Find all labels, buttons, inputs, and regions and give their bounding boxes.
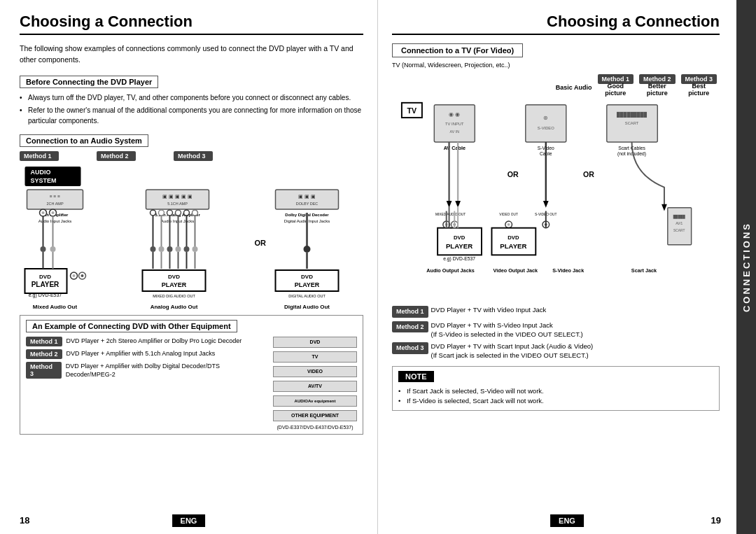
left-page-title: Choosing a Connection (20, 13, 363, 35)
audio-method-badges: Method 1 Method 2 Method 3 (20, 151, 363, 161)
example-method1-badge: Method 1 (26, 337, 62, 346)
tv-equip-label: TV (312, 354, 318, 359)
example-method2-text: DVD Player + Amplifier with 5.1ch Analog… (66, 349, 216, 358)
svg-point-43 (192, 246, 198, 252)
method2-header-col: Method 2 Better picture (639, 74, 676, 97)
eng-badge-right: ENG (550, 514, 584, 527)
svg-text:DOLBY DEC: DOLBY DEC (296, 202, 318, 206)
svg-rect-3 (27, 190, 83, 209)
svg-marker-100 (662, 204, 667, 211)
method1-header-col: Method 1 Good picture (598, 74, 634, 97)
svg-point-54 (81, 274, 84, 277)
note-bullet-2: If S-Video is selected, Scart Jack will … (398, 396, 713, 406)
example-method-row-1: Method 1 DVD Player + 2ch Stereo Amplifi… (26, 337, 267, 346)
note-bullet-1: If Scart Jack is selected, S-Video will … (398, 386, 713, 396)
svg-text:DVD: DVD (507, 234, 519, 241)
svg-point-19 (42, 211, 45, 214)
svg-rect-81 (526, 105, 566, 142)
svg-text:OR: OR (507, 170, 519, 178)
svg-rect-13 (276, 190, 339, 209)
svg-rect-101 (668, 208, 692, 245)
svg-text:AV/1: AV/1 (676, 222, 682, 225)
basic-audio-label-col: Basic Audio (556, 74, 592, 97)
eng-badge-left-wrapper: ENG (172, 514, 206, 527)
page-number-right: 19 (711, 515, 721, 526)
example-method-row-2: Method 2 DVD Player + Amplifier with 5.1… (26, 349, 267, 359)
example-methods-list: Method 1 DVD Player + 2ch Stereo Amplifi… (26, 337, 267, 430)
svg-text:2CH AMP: 2CH AMP (46, 202, 63, 206)
svg-text:5.1CH AMP: 5.1CH AMP (167, 202, 188, 206)
svg-text:Scart Jack: Scart Jack (631, 267, 657, 274)
method3-badge: Method 3 (174, 151, 213, 161)
example-section: An Example of Connecting DVD with Other … (20, 315, 363, 435)
video-equip-label: VIDEO (307, 369, 323, 374)
svg-text:DVD: DVD (454, 234, 465, 241)
method1-badge: Method 1 (20, 151, 59, 161)
svg-text:PLAYER: PLAYER (500, 242, 526, 250)
video-equip-box: VIDEO (273, 366, 357, 377)
connections-tab-text: CONNECTIONS (741, 222, 752, 312)
svg-text:Mixed Audio Out: Mixed Audio Out (33, 304, 78, 310)
example-content: Method 1 DVD Player + 2ch Stereo Amplifi… (26, 337, 357, 430)
example-method-row-3: Method 3 DVD Player + Amplifier with Dol… (26, 362, 267, 379)
svg-point-115 (507, 223, 510, 226)
svg-text:TV: TV (407, 106, 417, 115)
connections-tab: CONNECTIONS (736, 0, 756, 534)
tv-diagram-svg: TV ◉ ◉ TV INPUT AV IN ⊛ S-VIDEO ████████… (392, 99, 706, 302)
svg-text:AUDIO: AUDIO (31, 169, 51, 176)
svg-text:VIDEO OUT: VIDEO OUT (499, 213, 518, 216)
example-method3-badge: Method 3 (26, 362, 62, 379)
page: Choosing a Connection The following show… (0, 0, 756, 534)
svg-text:⊛: ⊛ (543, 115, 548, 121)
svg-point-40 (167, 246, 173, 252)
svg-point-30 (184, 210, 190, 216)
svg-text:Analog Audio Out: Analog Audio Out (150, 304, 198, 310)
svg-rect-8 (146, 190, 209, 209)
tv-method-desc-1: Method 1 DVD Player + TV with Video Inpu… (392, 305, 720, 318)
svg-text:S-Video Jack: S-Video Jack (552, 267, 584, 274)
before-connecting-header: Before Connecting the DVD Player (26, 78, 152, 86)
svg-text:MIXED AUDIO OUT: MIXED AUDIO OUT (435, 213, 465, 216)
svg-point-25 (50, 246, 56, 252)
svg-text:TV INPUT: TV INPUT (445, 122, 464, 126)
example-method3-text: DVD Player + Amplifier with Dolby Digita… (66, 362, 267, 379)
svg-text:PLAYER: PLAYER (446, 242, 472, 250)
bullet-item-1: Always turn off the DVD player, TV, and … (20, 92, 363, 103)
svg-text:PLAYER: PLAYER (295, 281, 320, 288)
tv-method3-desc-text: DVD Player + TV with Scart Input Jack (A… (431, 342, 594, 360)
svg-point-28 (167, 210, 173, 216)
svg-point-41 (176, 246, 181, 252)
audio-section-header-box: Connection to an Audio System (20, 134, 148, 147)
tv-method3-line2: (If Scart jack is selected in the VIDEO … (431, 351, 589, 359)
svg-point-29 (176, 210, 181, 216)
picture-label-1: picture (598, 90, 634, 97)
audio-diagram-svg: AUDIO SYSTEM ≡ ≡ ≡ 2CH AMP 2ch Amplifier… (20, 165, 363, 312)
tv-method2-line1: DVD Player + TV with S-Video Input Jack (431, 321, 553, 329)
method3-header-col: Method 3 Best picture (681, 74, 718, 97)
dvd-equip-label: DVD (310, 339, 321, 344)
audio-equip-box: AUDIOAv equipment (273, 395, 357, 407)
dvd-equip-box: DVD (273, 337, 357, 348)
before-connecting-bullets: Always turn off the DVD player, TV, and … (20, 92, 363, 126)
picture-label-2: picture (639, 90, 676, 97)
svg-text:OR: OR (255, 239, 267, 247)
svg-text:▣ ▣ ▣: ▣ ▣ ▣ (298, 194, 316, 199)
svg-text:SCART: SCART (625, 121, 639, 125)
left-column: Choosing a Connection The following show… (0, 0, 378, 534)
before-connecting-section: Before Connecting the DVD Player (20, 76, 158, 88)
eng-badge-left: ENG (172, 514, 206, 527)
tv-method-header-row: Basic Audio Method 1 Good picture Method… (392, 74, 720, 97)
audio-equip-label: AUDIOAv equipment (295, 399, 336, 403)
note-section: NOTE If Scart Jack is selected, S-Video … (392, 366, 720, 412)
svg-text:≡ ≡ ≡: ≡ ≡ ≡ (50, 194, 60, 199)
svg-text:SYSTEM: SYSTEM (31, 177, 57, 184)
svg-text:DVD: DVD (301, 274, 313, 280)
tv-subtitle: TV (Normal, Widescreen, Projection, etc.… (392, 62, 720, 69)
svg-text:Video Output Jack: Video Output Jack (493, 267, 538, 274)
svg-text:◉ ◉: ◉ ◉ (449, 111, 460, 118)
bullet-item-2: Refer to the owner's manual of the addit… (20, 105, 363, 126)
svg-text:PLAYER: PLAYER (31, 281, 59, 288)
page-number-left: 18 (20, 515, 29, 526)
example-method2-badge: Method 2 (26, 349, 62, 359)
other-equip-label: OTHER EQUIPMENT (291, 413, 339, 418)
